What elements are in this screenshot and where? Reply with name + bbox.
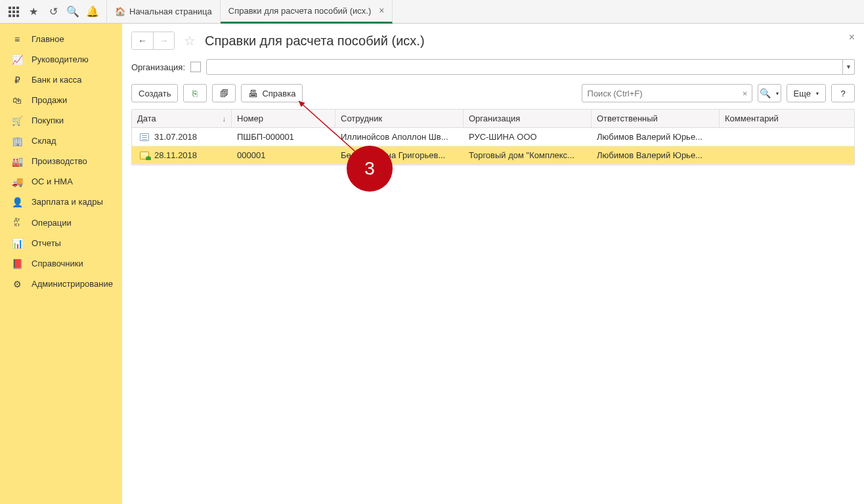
sidebar-item-1[interactable]: 📈Руководителю — [0, 49, 122, 70]
home-icon: 🏠 — [115, 7, 125, 16]
organization-dropdown-button[interactable]: ▼ — [843, 59, 855, 75]
copy-button[interactable]: ⎘ — [183, 84, 207, 102]
sidebar-item-5[interactable]: 🏢Склад — [0, 131, 122, 151]
sidebar-item-icon: 🏭 — [12, 159, 22, 164]
sidebar-item-label: Отчеты — [32, 238, 61, 248]
sidebar-item-10[interactable]: 📊Отчеты — [0, 233, 122, 253]
sidebar-item-label: Главное — [32, 34, 64, 44]
tab-home-label: Начальная страница — [129, 7, 212, 16]
create-button[interactable]: Создать — [131, 84, 178, 102]
sidebar-item-icon: Дт Кт — [12, 217, 22, 228]
table-header: Дата Номер Сотрудник Организация Ответст… — [132, 110, 854, 128]
sidebar-item-6[interactable]: 🏭Производство — [0, 151, 122, 171]
star-icon[interactable]: ★ — [24, 2, 43, 22]
th-comment[interactable]: Комментарий — [720, 110, 854, 127]
content: × ← → ☆ Справки для расчета пособий (исх… — [122, 24, 864, 504]
heading-row: ← → ☆ Справки для расчета пособий (исх.) — [131, 32, 855, 50]
back-button[interactable]: ← — [132, 32, 153, 49]
sidebar: ≡Главное📈Руководителю₽Банк и касса🛍Прода… — [0, 24, 122, 504]
sidebar-item-0[interactable]: ≡Главное — [0, 29, 122, 49]
cell-number: 000001 — [232, 150, 335, 160]
sidebar-item-icon: 📕 — [12, 261, 22, 266]
search-icon[interactable]: 🔍 — [63, 2, 83, 22]
sidebar-item-label: Производство — [32, 156, 87, 166]
table-row[interactable]: 28.11.2018000001Белкина Анна Григорьев..… — [132, 146, 854, 165]
forward-button[interactable]: → — [153, 32, 174, 49]
sidebar-item-label: Руководителю — [32, 54, 89, 64]
sidebar-item-2[interactable]: ₽Банк и касса — [0, 70, 122, 90]
th-organization[interactable]: Организация — [464, 110, 592, 127]
th-date[interactable]: Дата — [132, 110, 232, 127]
search-input[interactable] — [582, 89, 739, 98]
cell-responsible: Любимов Валерий Юрье... — [592, 132, 720, 142]
sidebar-item-label: Зарплата и кадры — [32, 197, 103, 207]
sidebar-item-label: Банк и касса — [32, 75, 82, 85]
sidebar-item-icon: 🛒 — [12, 118, 22, 123]
tabbar: 🏠 Начальная страница Справки для расчета… — [106, 0, 393, 24]
sidebar-item-3[interactable]: 🛍Продажи — [0, 90, 122, 110]
search-options-button[interactable]: 🔍▾ — [758, 84, 781, 102]
sidebar-item-12[interactable]: ⚙Администрирование — [0, 274, 122, 294]
report-button[interactable]: 🖶Справка — [241, 84, 303, 102]
cell-employee: Иллинойсов Аполлон Шв... — [335, 132, 464, 142]
create-button-label: Создать — [139, 89, 171, 98]
sidebar-item-label: Склад — [32, 136, 56, 146]
sidebar-item-icon: 📈 — [12, 57, 22, 62]
th-employee[interactable]: Сотрудник — [335, 110, 464, 127]
cell-organization: РУС-ШИНА ООО — [464, 132, 592, 142]
sidebar-item-4[interactable]: 🛒Покупки — [0, 110, 122, 131]
tab-active-label: Справки для расчета пособий (исх.) — [228, 6, 371, 16]
sidebar-item-label: Покупки — [32, 116, 64, 125]
table: Дата Номер Сотрудник Организация Ответст… — [131, 109, 855, 165]
annotation-badge: 3 — [347, 146, 393, 192]
apps-icon[interactable] — [4, 2, 24, 22]
th-responsible[interactable]: Ответственный — [592, 110, 720, 127]
sidebar-item-7[interactable]: 🚚ОС и НМА — [0, 171, 122, 192]
cell-date: 28.11.2018 — [132, 150, 232, 160]
cell-organization: Торговый дом "Комплекс... — [464, 150, 592, 160]
help-button-label: ? — [840, 89, 845, 98]
cell-responsible: Любимов Валерий Юрье... — [592, 150, 720, 160]
sidebar-item-11[interactable]: 📕Справочники — [0, 253, 122, 274]
sidebar-item-icon: ₽ — [12, 77, 22, 83]
sidebar-item-icon: 🛍 — [12, 98, 22, 103]
table-body: 31.07.2018ПШБП-000001Иллинойсов Аполлон … — [132, 128, 854, 165]
organization-input[interactable] — [206, 59, 843, 75]
sidebar-item-9[interactable]: Дт КтОперации — [0, 212, 122, 233]
search-clear-button[interactable]: × — [739, 89, 752, 98]
sidebar-item-label: Продажи — [32, 95, 67, 105]
more-button[interactable]: Еще▾ — [787, 84, 826, 102]
organization-checkbox[interactable] — [190, 62, 201, 72]
th-number[interactable]: Номер — [232, 110, 335, 127]
sidebar-item-label: Справочники — [32, 259, 83, 268]
more-button-label: Еще — [794, 89, 811, 98]
sidebar-item-label: Администрирование — [32, 279, 113, 289]
row-status-icon — [140, 152, 149, 159]
topbar-icons: ★ ↺ 🔍 🔔 — [0, 2, 106, 22]
sidebar-item-icon: 👤 — [12, 200, 22, 205]
close-icon[interactable]: × — [379, 5, 384, 16]
search-glass-icon: 🔍 — [760, 88, 771, 98]
page-title: Справки для расчета пособий (исх.) — [205, 33, 425, 49]
print-icon: 🖶 — [248, 88, 258, 99]
find-button[interactable]: 🗐 — [212, 84, 236, 102]
find-icon: 🗐 — [220, 89, 228, 98]
copy-icon: ⎘ — [192, 89, 198, 98]
sidebar-item-8[interactable]: 👤Зарплата и кадры — [0, 192, 122, 212]
filter-row: Организация: ▼ — [131, 59, 855, 75]
topbar: ★ ↺ 🔍 🔔 🏠 Начальная страница Справки для… — [0, 0, 864, 24]
nav-buttons: ← → — [131, 32, 175, 50]
bell-icon[interactable]: 🔔 — [83, 2, 102, 22]
report-button-label: Справка — [262, 89, 295, 98]
sidebar-item-icon: ≡ — [12, 37, 22, 42]
favorite-button[interactable]: ☆ — [180, 33, 200, 49]
sidebar-item-label: Операции — [32, 218, 72, 228]
close-page-button[interactable]: × — [849, 32, 855, 43]
tab-home[interactable]: 🏠 Начальная страница — [107, 0, 221, 24]
table-row[interactable]: 31.07.2018ПШБП-000001Иллинойсов Аполлон … — [132, 128, 854, 146]
history-icon[interactable]: ↺ — [43, 2, 63, 22]
help-button[interactable]: ? — [831, 84, 855, 102]
filter-label: Организация: — [131, 62, 185, 72]
tab-active[interactable]: Справки для расчета пособий (исх.) × — [221, 0, 393, 24]
sidebar-item-icon: 🏢 — [12, 138, 22, 144]
